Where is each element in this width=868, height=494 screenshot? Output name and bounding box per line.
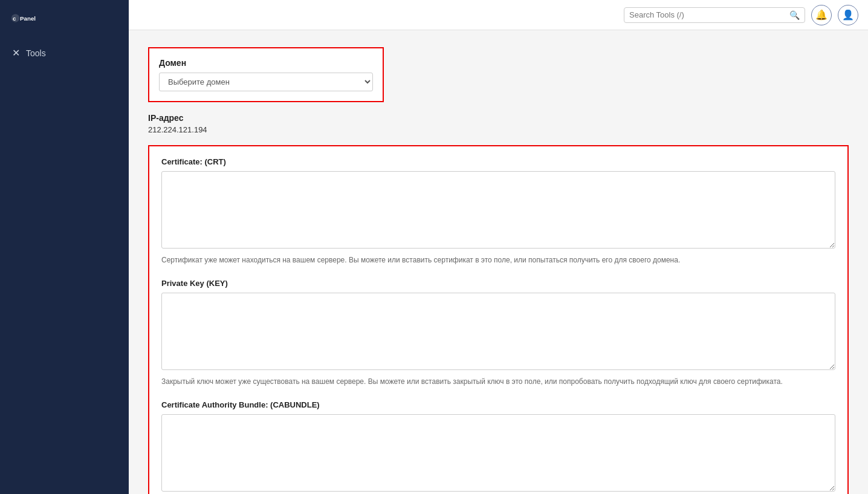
header: 🔍 🔔 👤 [129,0,868,30]
crt-field: Certificate: (CRT) Сертификат уже может … [161,157,835,265]
svg-text:c: c [13,15,16,22]
user-menu-button[interactable]: 👤 [838,5,858,25]
sidebar-item-tools[interactable]: ✕ Tools [0,41,129,65]
cabundle-label: Certificate Authority Bundle: (CABUNDLE) [161,400,835,409]
sidebar-item-tools-label: Tools [26,48,46,58]
domain-section: Домен Выберите домен [148,47,384,102]
crt-hint: Сертификат уже может находиться на вашем… [161,255,835,265]
cabundle-textarea[interactable] [161,414,835,492]
search-icon: 🔍 [789,10,800,20]
cpanel-logo: c Panel [0,0,129,36]
ip-label: IP-адрес [148,113,849,123]
user-icon: 👤 [842,9,854,21]
search-input[interactable] [629,10,789,19]
notifications-button[interactable]: 🔔 [811,5,832,25]
main-wrapper: 🔍 🔔 👤 Домен Выберите домен IP-адрес 212.… [129,0,868,494]
ip-section: IP-адрес 212.224.121.194 [148,113,849,134]
svg-text:Panel: Panel [20,15,36,22]
key-label: Private Key (KEY) [161,279,835,288]
key-textarea[interactable] [161,293,835,370]
content: Домен Выберите домен IP-адрес 212.224.12… [129,30,868,494]
domain-select[interactable]: Выберите домен [159,73,373,91]
bell-icon: 🔔 [815,9,828,21]
tools-icon: ✕ [12,47,20,59]
crt-textarea[interactable] [161,171,835,249]
sidebar: c Panel ✕ Tools [0,0,129,494]
sidebar-nav: ✕ Tools [0,36,129,70]
cabundle-field: Certificate Authority Bundle: (CABUNDLE)… [161,400,835,494]
crt-label: Certificate: (CRT) [161,157,835,166]
key-field: Private Key (KEY) Закрытый ключ может уж… [161,279,835,387]
certificate-section: Certificate: (CRT) Сертификат уже может … [148,145,849,494]
ip-value: 212.224.121.194 [148,125,849,134]
key-hint: Закрытый ключ может уже существовать на … [161,376,835,387]
search-box[interactable]: 🔍 [624,7,805,23]
domain-label: Домен [159,58,373,68]
